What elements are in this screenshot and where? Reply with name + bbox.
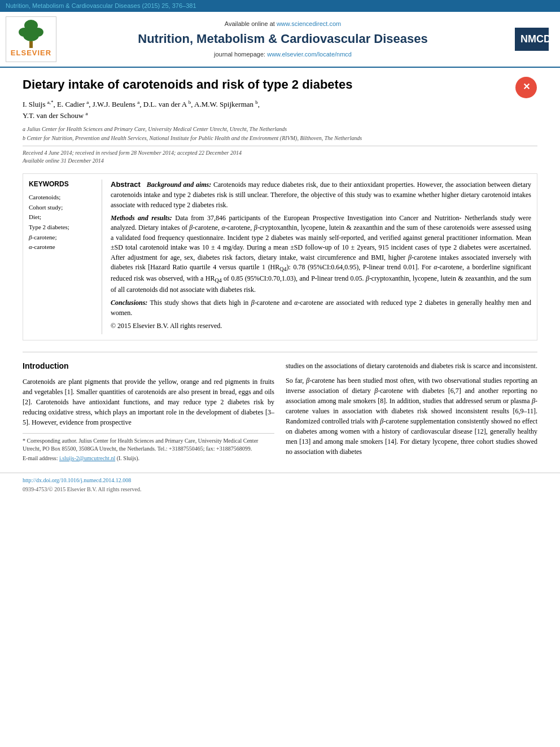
keyword-4: Type 2 diabetes; [29,222,96,233]
intro-right-para2: So far, β-carotene has been studied most… [286,375,537,457]
doi-link[interactable]: http://dx.doi.org/10.1016/j.numecd.2014.… [23,477,537,484]
keywords-list: Carotenoids; Cohort study; Diet; Type 2 … [29,193,96,252]
elsevier-label: ELSEVIER [11,48,51,58]
abstract-copyright: © 2015 Elsevier B.V. All rights reserved… [111,321,531,331]
elsevier-tree-icon [14,20,48,48]
authors: I. Sluijs a,*, E. Cadier a, J.W.J. Beule… [23,99,537,121]
issn-copyright: 0939-4753/© 2015 Elsevier B.V. All right… [23,486,537,493]
introduction-title: Introduction [23,361,274,372]
abstract-box: Abstract Background and aims: Carotenoid… [111,180,531,334]
journal-title: Nutrition, Metabolism & Cardiovascular D… [138,30,428,48]
crossmark-badge: ✕ [515,76,537,99]
affiliation-b: b Center for Nutrition, Prevention and H… [23,134,537,142]
footnote-section: * Corresponding author. Julius Center fo… [23,433,274,462]
keyword-1: Carotenoids; [29,193,96,203]
keywords-box: KEYWORDS Carotenoids; Cohort study; Diet… [29,180,102,334]
keywords-title: KEYWORDS [29,180,96,189]
available-online-date: Available online 31 December 2014 [23,157,537,165]
nmcd-logo: NMCD [509,16,554,62]
abstract-methods-title: Methods and results: [111,214,172,222]
content-area: ✕ Dietary intake of carotenoids and risk… [0,68,560,473]
svg-point-4 [23,30,39,41]
nmcd-label: NMCD [515,28,549,51]
affiliation-a: a Julius Center for Health Sciences and … [23,125,537,133]
intro-right-para1: studies on the associations of dietary c… [286,361,537,371]
abstract-label: Abstract [111,180,141,189]
elsevier-logo: ELSEVIER [6,16,56,62]
abstract-conclusions-title: Conclusions: [111,299,147,307]
svg-rect-0 [29,41,33,48]
dates-section: Received 4 June 2014; received in revise… [23,146,537,165]
keyword-6: α-carotene [29,242,96,252]
affiliations: a Julius Center for Health Sciences and … [23,125,537,142]
citation-text: Nutrition, Metabolism & Cardiovascular D… [6,2,196,9]
keyword-3: Diet; [29,212,96,222]
footnote-email: E-mail address: i.sluijs-2@umcutrecht.nl… [23,455,274,462]
abstract-keywords-row: KEYWORDS Carotenoids; Cohort study; Diet… [23,173,537,340]
intro-left-para1: Carotenoids are plant pigments that prov… [23,377,274,427]
section-divider [23,352,537,352]
abstract-methods-text: Data from 37,846 participants of the Eur… [111,214,531,294]
bottom-bar: http://dx.doi.org/10.1016/j.numecd.2014.… [0,473,560,497]
citation-bar: Nutrition, Metabolism & Cardiovascular D… [0,0,560,12]
email-link[interactable]: i.sluijs-2@umcutrecht.nl [59,455,115,461]
received-dates: Received 4 June 2014; received in revise… [23,149,537,157]
footnote-corresponding: * Corresponding author. Julius Center fo… [23,437,274,453]
introduction-section: Introduction Carotenoids are plant pigme… [23,361,537,464]
crossmark-icon: ✕ [515,77,537,98]
intro-left-column: Introduction Carotenoids are plant pigme… [23,361,274,464]
abstract-conclusions-text: This study shows that diets high in β-ca… [111,299,531,316]
journal-header: ELSEVIER Available online at www.science… [0,12,560,67]
available-online-text: Available online at www.sciencedirect.co… [225,20,341,28]
homepage-link[interactable]: www.elsevier.com/locate/nmcd [267,51,352,58]
keyword-2: Cohort study; [29,203,96,213]
keyword-5: β-carotene; [29,233,96,243]
journal-homepage: journal homepage: www.elsevier.com/locat… [214,50,352,59]
intro-right-column: studies on the associations of dietary c… [286,361,537,464]
article-title: Dietary intake of carotenoids and risk o… [23,76,537,94]
abstract-text: Abstract Background and aims: Carotenoid… [111,180,531,331]
sciencedirect-link[interactable]: www.sciencedirect.com [277,20,341,27]
journal-header-center: Available online at www.sciencedirect.co… [62,16,504,62]
abstract-background-title: Background and aims: [147,181,212,189]
